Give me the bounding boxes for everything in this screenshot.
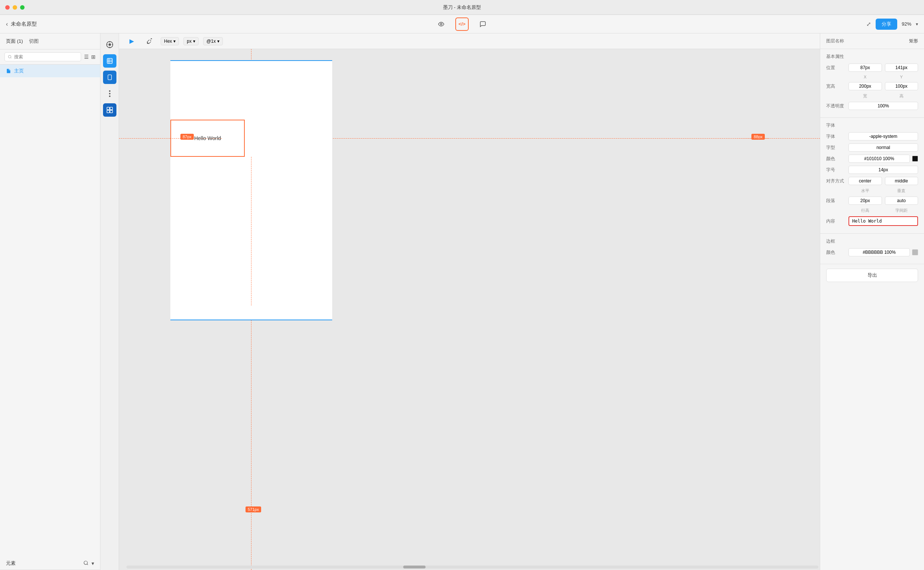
picker-tool[interactable] — [143, 35, 156, 48]
canvas-scrollbar-thumb[interactable] — [403, 565, 426, 568]
svg-rect-14 — [107, 110, 109, 113]
search-input-wrap — [5, 52, 81, 61]
layer-name-label: 图层名称 — [826, 38, 844, 44]
font-style-field[interactable]: normal — [849, 143, 918, 152]
font-family-row: 字体 -apple-system — [826, 132, 918, 141]
position-labels-row: X Y — [826, 75, 918, 79]
unit-select[interactable]: px ▾ — [183, 37, 198, 45]
font-family-field[interactable]: -apple-system — [849, 132, 918, 141]
y-label: Y — [885, 75, 918, 79]
preview-button[interactable] — [435, 17, 448, 31]
size-labels-row: 宽 高 — [826, 93, 918, 99]
align-h-field[interactable]: center — [849, 177, 882, 185]
line-height-field[interactable]: 20px — [849, 196, 882, 205]
svg-rect-13 — [110, 107, 112, 110]
font-size-label: 字号 — [826, 167, 849, 173]
sidebar-search: ☰ ⊞ — [0, 49, 100, 65]
font-color-field[interactable]: #101010 100% — [849, 155, 910, 163]
zoom-dropdown-icon[interactable]: ▾ — [916, 21, 918, 27]
scale-select[interactable]: @1x ▾ — [203, 37, 223, 45]
paragraph-labels-row: 行高 字间距 — [826, 208, 918, 213]
tab-slices[interactable]: 切图 — [29, 37, 39, 46]
height-label: 高 — [885, 93, 918, 99]
titlebar: 墨刀 - 未命名原型 — [0, 0, 924, 15]
content-field[interactable]: Hello World — [849, 216, 918, 226]
main-layout: 页面 (1) 切图 ☰ ⊞ 主页 元素 — [0, 34, 924, 570]
position-x-field[interactable]: 87px — [849, 64, 882, 72]
canvas-scrollbar[interactable] — [126, 565, 818, 568]
cursor-tool[interactable]: ▶ — [125, 35, 138, 48]
fullscreen-button[interactable]: ⤢ — [866, 21, 871, 28]
elements-actions: ▾ — [83, 560, 94, 566]
svg-rect-9 — [107, 58, 112, 64]
border-section: 边框 颜色 #BBBBBB 100% — [820, 234, 924, 264]
share-button[interactable]: 分享 — [876, 18, 897, 30]
back-button[interactable]: ‹ — [6, 21, 8, 28]
hello-world-text: Hello World — [194, 135, 221, 141]
search-elements-icon[interactable] — [83, 560, 89, 565]
comment-button[interactable] — [476, 17, 489, 31]
align-fields: center middle — [849, 177, 918, 185]
layer-name-value: 矩形 — [909, 38, 918, 44]
tool-panel — [100, 34, 119, 570]
align-h-label: 水平 — [849, 188, 882, 194]
page-item-home[interactable]: 主页 — [0, 65, 100, 77]
width-field[interactable]: 200px — [849, 82, 882, 90]
canvas-area[interactable]: 87px 88px 571px Hello World — [119, 49, 820, 570]
elements-more-icon[interactable]: ▾ — [92, 560, 94, 566]
canvas-column: ▶ Hex ▾ px ▾ @1x ▾ — [119, 34, 820, 570]
left-sidebar: 页面 (1) 切图 ☰ ⊞ 主页 元素 — [0, 34, 100, 570]
export-button[interactable]: 导出 — [826, 269, 918, 282]
right-properties-panel: 图层名称 矩形 基本属性 位置 87px 141px X Y — [820, 34, 924, 570]
guide-bottom-v — [251, 157, 251, 305]
font-style-label: 字型 — [826, 144, 849, 151]
maximize-button[interactable] — [20, 5, 25, 10]
toolbar-center: </> — [435, 17, 489, 31]
svg-point-2 — [84, 561, 88, 564]
more-tools-button[interactable] — [103, 87, 117, 100]
close-button[interactable] — [5, 5, 10, 10]
font-family-label: 字体 — [826, 133, 849, 140]
align-v-field[interactable]: middle — [885, 177, 918, 185]
search-icon — [8, 55, 12, 59]
target-tool-button[interactable] — [103, 38, 117, 51]
align-labels-row: 水平 垂直 — [826, 188, 918, 194]
border-color-swatch[interactable] — [912, 249, 918, 255]
letter-spacing-label: 字间距 — [885, 208, 918, 213]
border-section-title: 边框 — [826, 238, 918, 245]
inspect-tool-button[interactable] — [103, 103, 117, 116]
elements-section: 元素 ▾ — [0, 557, 100, 570]
list-view-button[interactable]: ☰ — [84, 54, 89, 60]
height-field[interactable]: 100px — [885, 82, 918, 90]
border-color-field[interactable]: #BBBBBB 100% — [849, 248, 910, 256]
tab-pages[interactable]: 页面 (1) — [6, 37, 23, 46]
svg-point-0 — [440, 23, 442, 25]
zoom-level[interactable]: 92% — [902, 21, 911, 27]
svg-rect-12 — [107, 107, 109, 110]
layer-name-row: 图层名称 矩形 — [826, 38, 918, 44]
font-size-field[interactable]: 14px — [849, 166, 918, 174]
font-section: 字体 字体 -apple-system 字型 normal 颜色 #101010… — [820, 118, 924, 234]
color-format-select[interactable]: Hex ▾ — [161, 37, 179, 45]
sidebar-spacer — [0, 77, 100, 557]
minimize-button[interactable] — [13, 5, 17, 10]
paragraph-row: 段落 20px auto — [826, 196, 918, 205]
opacity-row: 不透明度 100% — [826, 102, 918, 110]
selected-rectangle[interactable]: Hello World — [171, 120, 245, 157]
main-toolbar: ‹ 未命名原型 </> ⤢ 分享 92% ▾ — [0, 15, 924, 34]
grid-view-button[interactable]: ⊞ — [91, 54, 95, 60]
font-size-row: 字号 14px — [826, 166, 918, 174]
font-section-title: 字体 — [826, 122, 918, 129]
layer-name-section: 图层名称 矩形 — [820, 34, 924, 49]
search-input[interactable] — [14, 54, 78, 60]
page-item-label: 主页 — [14, 67, 24, 74]
code-button[interactable]: </> — [455, 17, 469, 31]
layers-tool-button[interactable] — [103, 54, 117, 67]
position-row: 位置 87px 141px — [826, 64, 918, 72]
opacity-field[interactable]: 100% — [849, 102, 918, 110]
svg-rect-10 — [108, 75, 111, 80]
font-color-swatch[interactable] — [912, 156, 918, 162]
mobile-tool-button[interactable] — [103, 70, 117, 84]
letter-spacing-field[interactable]: auto — [885, 196, 918, 205]
position-y-field[interactable]: 141px — [885, 64, 918, 72]
